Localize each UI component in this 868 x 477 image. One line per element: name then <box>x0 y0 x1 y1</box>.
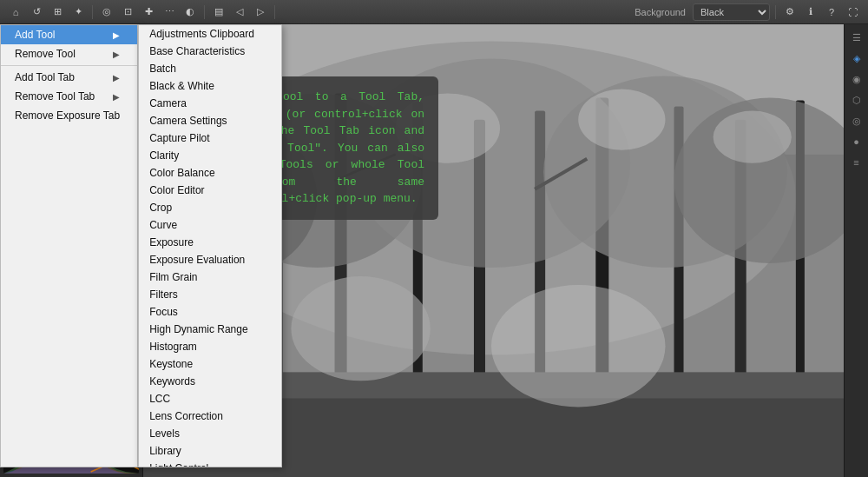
sub-item-capture-pilot[interactable]: Capture Pilot <box>139 129 280 147</box>
sub-item-exposure-evaluation[interactable]: Exposure Evaluation <box>139 251 280 268</box>
sub-item-lens-correction[interactable]: Lens Correction <box>139 407 280 425</box>
menu-item-add-tool-tab-label: Add Tool Tab <box>15 71 75 83</box>
toolbar-icon-grid[interactable]: ⊞ <box>49 3 66 21</box>
sub-item-exposure[interactable]: Exposure <box>139 234 280 251</box>
menu-item-add-tool-label: Add Tool <box>15 29 55 41</box>
sub-item-black-white[interactable]: Black & White <box>139 77 280 95</box>
sub-item-camera[interactable]: Camera <box>139 95 280 112</box>
right-icons: ☰ ◈ ◉ ⬡ ◎ ● ≡ <box>844 24 868 477</box>
toolbar-icon-clone[interactable]: ⋯ <box>161 3 178 21</box>
svg-point-20 <box>713 111 792 163</box>
menu-item-add-tool[interactable]: Add Tool ▶ <box>1 25 137 44</box>
toolbar-icon-help[interactable]: ? <box>823 3 840 21</box>
sub-item-color-balance[interactable]: Color Balance <box>139 164 280 182</box>
toolbar-separator-3 <box>274 5 275 19</box>
sub-item-base-characteristics[interactable]: Base Characteristics <box>139 43 280 60</box>
sub-item-keystone[interactable]: Keystone <box>139 355 280 373</box>
toolbar-separator-1 <box>92 5 93 19</box>
sub-item-adjustments-clipboard[interactable]: Adjustments Clipboard <box>139 25 280 43</box>
sub-item-focus[interactable]: Focus <box>139 303 280 321</box>
toolbar-icon-arrow[interactable]: ↺ <box>28 3 45 21</box>
sub-item-batch[interactable]: Batch <box>139 60 280 77</box>
sub-item-histogram[interactable]: Histogram <box>139 338 280 355</box>
menu-separator-1 <box>1 65 137 66</box>
menu-arrow-remove-tool-tab: ▶ <box>113 92 120 102</box>
right-icon-output[interactable]: ⬡ <box>847 90 866 109</box>
sub-item-clarity[interactable]: Clarity <box>139 147 280 164</box>
sub-item-high-dynamic-range[interactable]: High Dynamic Range <box>139 321 280 338</box>
bg-label: Background <box>635 7 686 17</box>
sub-item-curve[interactable]: Curve <box>139 216 280 234</box>
toolbar-icon-adjust[interactable]: ✦ <box>69 3 87 21</box>
right-icon-lens[interactable]: ◎ <box>847 111 866 130</box>
toolbar-separator-4 <box>775 5 776 19</box>
bg-select[interactable]: Background Gray White Black <box>693 3 770 21</box>
toolbar-icon-crop[interactable]: ⊡ <box>119 3 136 21</box>
sub-item-levels[interactable]: Levels <box>139 425 280 442</box>
right-icon-adjustments[interactable]: ◈ <box>847 49 866 68</box>
sub-item-lcc[interactable]: LCC <box>139 390 280 407</box>
svg-point-27 <box>491 285 665 407</box>
sub-item-filters[interactable]: Filters <box>139 286 280 303</box>
svg-point-19 <box>578 89 665 150</box>
toolbar-icon-mask[interactable]: ◐ <box>181 3 199 21</box>
menu-arrow-add-tool: ▶ <box>113 30 120 40</box>
toolbar-icon-heal[interactable]: ✚ <box>140 3 157 21</box>
sub-item-color-editor[interactable]: Color Editor <box>139 182 280 199</box>
right-icon-capture[interactable]: ◉ <box>847 70 866 89</box>
toolbar-icon-next[interactable]: ▷ <box>252 3 269 21</box>
toolbar-icon-fullscreen[interactable]: ⛶ <box>844 3 861 21</box>
toolbar-icon-home[interactable]: ⌂ <box>7 3 24 21</box>
toolbar-icon-compare[interactable]: ▤ <box>210 3 227 21</box>
menu-arrow-remove-tool: ▶ <box>113 50 120 59</box>
menu-item-remove-exposure-tab[interactable]: Remove Exposure Tab <box>1 106 137 125</box>
menu-item-remove-tool-label: Remove Tool <box>15 48 76 60</box>
toolbar-icon-prev[interactable]: ◁ <box>231 3 248 21</box>
sub-item-light-control[interactable]: Light Control <box>139 460 280 467</box>
context-menu: Add Tool ▶ Remove Tool ▶ Add Tool Tab ▶ … <box>0 24 282 467</box>
right-icon-color[interactable]: ● <box>847 132 866 151</box>
secondary-menu: Adjustments Clipboard Base Characteristi… <box>138 24 281 467</box>
toolbar-icon-info[interactable]: ℹ <box>802 3 819 21</box>
menu-arrow-add-tool-tab: ▶ <box>113 73 120 83</box>
right-icon-metadata[interactable]: ≡ <box>847 153 866 172</box>
menu-item-remove-tool-tab-label: Remove Tool Tab <box>15 90 95 103</box>
menu-item-add-tool-tab[interactable]: Add Tool Tab ▶ <box>1 68 137 87</box>
right-icon-library[interactable]: ☰ <box>847 28 866 47</box>
svg-point-26 <box>291 276 430 381</box>
toolbar-separator-2 <box>204 5 205 19</box>
menu-item-remove-tool[interactable]: Remove Tool ▶ <box>1 44 137 63</box>
toolbar: ⌂ ↺ ⊞ ✦ ◎ ⊡ ✚ ⋯ ◐ ▤ ◁ ▷ Background Backg… <box>0 0 868 24</box>
sub-item-keywords[interactable]: Keywords <box>139 373 280 390</box>
sub-item-film-grain[interactable]: Film Grain <box>139 268 280 286</box>
menu-item-remove-tool-tab[interactable]: Remove Tool Tab ▶ <box>1 87 137 106</box>
sub-item-library[interactable]: Library <box>139 442 280 460</box>
sub-item-crop[interactable]: Crop <box>139 199 280 216</box>
menu-item-remove-exposure-tab-label: Remove Exposure Tab <box>15 109 120 122</box>
toolbar-icon-zoom[interactable]: ◎ <box>98 3 115 21</box>
primary-menu: Add Tool ▶ Remove Tool ▶ Add Tool Tab ▶ … <box>0 24 138 467</box>
sub-item-camera-settings[interactable]: Camera Settings <box>139 112 280 129</box>
toolbar-icon-settings[interactable]: ⚙ <box>781 3 799 21</box>
